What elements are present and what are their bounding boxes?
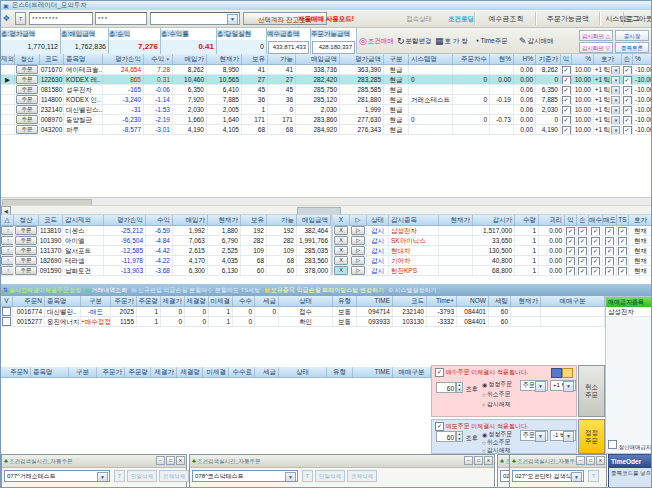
checkbox-icon[interactable] — [608, 440, 617, 449]
order-button[interactable]: 주문 — [16, 75, 38, 84]
column-header[interactable]: 주문량 — [137, 296, 161, 306]
radio-modify-order[interactable]: ◉정정주문 — [482, 380, 512, 389]
table-row[interactable]: ↑주문101390아이엘-96,504-4.847,0636,790282282… — [1, 236, 331, 246]
column-header[interactable]: 익 — [561, 54, 572, 64]
column-header[interactable]: 주문가 — [111, 296, 137, 306]
chevron-down-icon[interactable]: ▼ — [227, 14, 238, 25]
column-header[interactable]: 매도 — [603, 215, 617, 225]
checkbox-icon[interactable]: ✓ — [591, 267, 600, 275]
sell-price-select[interactable]: 주문가▼ — [520, 430, 548, 441]
table-row[interactable]: X▷감시기아차40,80010.00✓✓✓✓✓현재 — [333, 256, 652, 266]
column-header[interactable]: 감시종목 — [389, 215, 439, 225]
remove-button[interactable]: X — [334, 256, 348, 265]
up-button[interactable]: ↑ — [1, 236, 14, 245]
toolbar-link[interactable]: ◍거래내역조회 — [85, 286, 127, 295]
maximize-icon[interactable]: □ — [166, 456, 175, 465]
checkbox-icon[interactable]: ✓ — [623, 86, 632, 94]
spinner-icon[interactable]: ▲▼ — [456, 382, 463, 393]
remove-button[interactable]: X — [334, 236, 348, 245]
column-header[interactable]: 감시가 — [473, 215, 515, 225]
checkbox-icon[interactable]: ✓ — [562, 96, 571, 104]
checkbox-icon[interactable]: ✓ — [591, 257, 600, 265]
board-button[interactable]: 종목토론 — [615, 42, 649, 53]
table-row[interactable]: 주문114800KODEX 인..-3,240-1.147,9207,88536… — [1, 95, 652, 105]
chevron-down-icon[interactable]: ▼ — [611, 86, 620, 94]
checkbox-icon[interactable]: ✓ — [618, 227, 627, 235]
table-row[interactable]: 0015277웅진에너지+매수정정115510010확인보통0939331031… — [1, 317, 605, 327]
order-button[interactable]: 주문 — [16, 65, 38, 74]
table-row[interactable]: ↑주문182690테라셈-11,978-4.224,1704,035686828… — [1, 256, 331, 266]
up-button[interactable]: ↑ — [1, 256, 14, 265]
chevron-down-icon[interactable]: ▼ — [285, 472, 296, 482]
table-row[interactable]: 주문043200파루-8,577-3.014,1904,1056868284,9… — [1, 125, 652, 135]
column-header[interactable]: 매매구분 — [393, 367, 431, 377]
column-header[interactable]: 매수 — [589, 215, 603, 225]
radio-cancel-order[interactable]: ○취소주문 — [482, 390, 511, 399]
column-header[interactable]: 평가손익 — [103, 54, 144, 64]
column-header[interactable]: 청산 — [15, 54, 40, 64]
column-header[interactable]: 상태 — [367, 215, 389, 225]
order-button[interactable]: 주문 — [15, 266, 37, 275]
column-header[interactable]: 수량 — [515, 215, 539, 225]
column-header[interactable]: 미체결 — [203, 367, 229, 377]
column-header[interactable]: 현재가 — [511, 296, 541, 306]
column-header[interactable]: 호가 — [629, 215, 652, 225]
column-header[interactable]: 체결량 — [185, 296, 209, 306]
up-button[interactable]: ↑ — [1, 226, 14, 235]
chevron-down-icon[interactable]: ▼ — [611, 76, 620, 84]
column-header[interactable]: Time+ — [427, 296, 457, 306]
table-row[interactable]: 주문008970동양철판-6,230-2.191,6601,6401711712… — [1, 115, 652, 125]
column-header[interactable]: 상태 — [279, 367, 327, 377]
chevron-down-icon[interactable]: ▼ — [563, 381, 574, 392]
column-header[interactable]: TIME — [353, 367, 393, 377]
chevron-down-icon[interactable]: ▼ — [563, 431, 574, 442]
checkbox-icon[interactable]: ✓ — [623, 116, 632, 124]
column-header[interactable]: 유형 — [327, 367, 353, 377]
checkbox-icon[interactable]: ✓ — [562, 66, 571, 74]
column-header[interactable]: H% — [514, 54, 536, 64]
checkbox-icon[interactable]: ✓ — [605, 227, 614, 235]
checkbox-icon[interactable]: ✓ — [578, 227, 587, 235]
buy-tick-select[interactable]: +1 틱▼ — [550, 380, 576, 391]
checkbox-icon[interactable]: ✓ — [605, 267, 614, 275]
column-header[interactable]: 체결량 — [177, 367, 203, 377]
column-header[interactable]: % — [633, 54, 652, 64]
column-header[interactable]: 감시제외 — [63, 215, 104, 225]
column-header[interactable]: 코드 — [40, 54, 64, 64]
password-field[interactable]: ******** — [29, 12, 93, 25]
checkbox-icon[interactable] — [2, 307, 11, 316]
column-header[interactable]: 주문량 — [125, 367, 151, 377]
column-header[interactable]: 매입가 — [173, 215, 208, 225]
chevron-down-icon[interactable]: ▼ — [535, 431, 546, 442]
column-header[interactable]: 현재가 — [208, 215, 241, 225]
column-header[interactable]: 호가 — [594, 54, 622, 64]
column-header[interactable]: 주문가 — [97, 367, 125, 377]
column-header[interactable]: 가능 — [267, 215, 297, 225]
folder-icon[interactable] — [562, 368, 573, 378]
chevron-down-icon[interactable]: ▼ — [611, 106, 620, 114]
column-header[interactable]: 구분 — [384, 54, 409, 64]
column-header[interactable]: △ — [1, 215, 14, 225]
table-row[interactable]: X▷감시현대차130,50010.00✓✓✓✓✓현재 — [333, 246, 652, 256]
table-row[interactable]: ▶주문122630KODEX 레..8650.3110,46010,565272… — [1, 75, 652, 85]
checkbox-icon[interactable]: ✓ — [605, 247, 614, 255]
checkbox-icon[interactable]: ✓ — [435, 368, 444, 377]
checkbox-icon[interactable]: ✓ — [623, 96, 632, 104]
column-header[interactable]: 매입가 — [173, 54, 207, 64]
close-icon[interactable]: ✕ — [176, 456, 185, 465]
chevron-down-icon[interactable]: ▼ — [611, 96, 620, 104]
column-header[interactable]: TIME — [357, 296, 393, 306]
column-header[interactable]: ▷ — [350, 215, 367, 225]
order-button[interactable]: 주문 — [15, 236, 37, 245]
checkbox-icon[interactable]: ✓ — [618, 257, 627, 265]
chevron-down-icon[interactable]: ▼ — [97, 472, 108, 482]
order-button[interactable]: 주문 — [16, 85, 38, 94]
condition-select[interactable]: 027^오전단타 검색식▼ — [512, 470, 584, 482]
checkbox-icon[interactable]: ✓ — [618, 267, 627, 275]
remove-button[interactable]: X — [334, 226, 348, 235]
column-header[interactable]: 평가손익 — [104, 215, 146, 225]
deposit-inquiry-button[interactable]: 예수금조회 — [478, 12, 534, 25]
buy-price-select[interactable]: 주문가▼ — [520, 380, 548, 391]
toolbar-link[interactable]: ▤신규편입 익금손절 분할매수 분할매도 TS세팅 — [131, 286, 260, 295]
column-header[interactable]: 주문N — [1, 367, 31, 377]
